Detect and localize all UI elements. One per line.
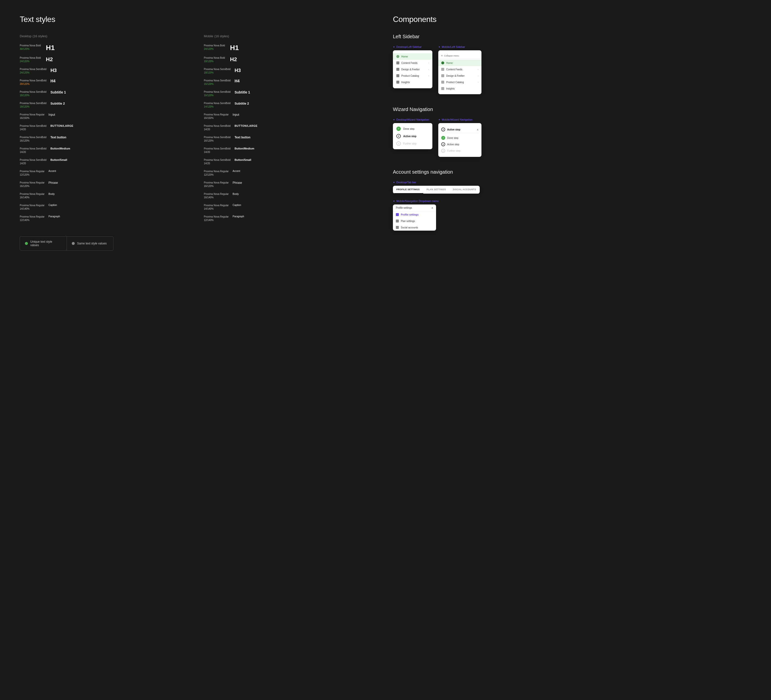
collapse-menu-item[interactable]: ≡ Collapse menu [438, 53, 481, 59]
components-section: Components Left Sidebar Desktop/Left Sid… [393, 15, 751, 251]
mobile-sidebar-insights[interactable]: Insights [438, 85, 481, 92]
text-styles-section: Text styles Desktop (16 styles) Proxima … [20, 15, 378, 251]
style-display: H4 [50, 79, 55, 83]
desktop-sidebar-wrapper: Desktop/Left Sidebar Home Content Feeds … [393, 46, 433, 94]
content-feeds-icon [441, 68, 444, 71]
further-circle: 3 [441, 149, 445, 153]
style-row-desktop-h4: Proxima Nova SemiBold 20/120% H4 [20, 79, 194, 86]
mobile-wizard-active: 2 Active step [441, 141, 478, 148]
tab-plan-settings[interactable]: PLAN SETTINGS [423, 186, 450, 194]
style-row-mobile-accent: Proxima Nova Regular 12/120% Accent [204, 170, 378, 177]
mobile-active-step-label: Active step [447, 128, 460, 131]
chevron-right-icon: › [478, 81, 478, 83]
mobile-nav-dropdown-label: Mobile/Navigation Dropdown menu [393, 200, 439, 202]
style-display: H2 [230, 56, 237, 63]
further-step-label: Further step [403, 142, 416, 145]
sidebar-item-design[interactable]: Design & Feelter › [393, 66, 433, 73]
active-circle: 2 [441, 127, 445, 132]
mobile-nav-plan-settings[interactable]: Plan settings [393, 218, 436, 224]
mobile-nav-header[interactable]: Profile settings ∧ [393, 205, 436, 212]
style-row-desktop-button-medium: Proxima Nova SemiBold 14/20 Button/Mediu… [20, 147, 194, 154]
style-display: Subtitle 1 [50, 90, 66, 94]
sidebar-item-insights[interactable]: Insights [393, 79, 433, 85]
desktop-sidebar-preview: Home Content Feeds › Design & Feelter › [393, 50, 433, 88]
style-row-mobile-button-large: Proxima Nova SemiBold 14/20 BUTTON/LARGE [204, 124, 378, 131]
tab-bar-preview: PROFILE SETTINGS PLAN SETTINGS SOCIAL AC… [393, 186, 480, 194]
style-display: Button/Small [50, 158, 67, 161]
legend-box: Unique text style values Same text style… [20, 236, 114, 251]
left-sidebar-group: Left Sidebar Desktop/Left Sidebar Home C… [393, 34, 751, 94]
tab-bar-inner: PROFILE SETTINGS PLAN SETTINGS SOCIAL AC… [393, 186, 480, 194]
home-icon [441, 62, 444, 64]
done-step-label: Done step [403, 127, 415, 130]
wizard-step-done: ✓ Done step [396, 127, 429, 131]
menu-icon: ≡ [441, 54, 443, 57]
done-circle: ✓ [441, 136, 445, 140]
insights-icon [396, 81, 399, 84]
style-display: H3 [50, 68, 57, 73]
text-styles-columns: Desktop (16 styles) Proxima Nova Bold 30… [20, 34, 378, 226]
mobile-nav-social-accounts[interactable]: Social accounts [393, 224, 436, 231]
mobile-sidebar-product-catalog[interactable]: Product Catalog › [438, 79, 481, 85]
mobile-nav-dropdown-wrapper: Mobile/Navigation Dropdown menu Profile … [393, 200, 439, 231]
mobile-sidebar-wrapper: Mobile/Left Sidebar ≡ Collapse menu Home [438, 46, 481, 94]
wizard-nav-title: Wizard Navigation [393, 107, 751, 112]
mobile-wizard-preview: 2 Active step ∧ ✓ Done step 2 Active ste… [438, 123, 481, 157]
active-circle: 2 [441, 142, 445, 146]
wizard-nav-previews: Desktop/Wizard Navigation ✓ Done step 2 … [393, 118, 751, 157]
mobile-sidebar-content-feeds[interactable]: Content Feeds › [438, 66, 481, 73]
wizard-step-further: 3 Further step [396, 141, 429, 146]
wizard-nav-group: Wizard Navigation Desktop/Wizard Navigat… [393, 107, 751, 157]
style-display: H2 [46, 56, 53, 63]
components-title: Components [393, 15, 751, 24]
chevron-right-icon: › [428, 75, 429, 77]
sidebar-item-content-feeds[interactable]: Content Feeds › [393, 60, 433, 66]
style-row-mobile-subtitle2: Proxima Nova SemiBold 14/120% Subtitle 2 [204, 102, 378, 109]
insights-icon [441, 87, 444, 90]
sidebar-item-product-catalog[interactable]: Product Catalog › [393, 73, 433, 79]
main-layout: Text styles Desktop (16 styles) Proxima … [20, 15, 751, 251]
style-row-mobile-h1: Proxima Nova Bold 24/120% H1 [204, 44, 378, 52]
desktop-styles-column: Desktop (16 styles) Proxima Nova Bold 30… [20, 34, 194, 226]
mobile-wizard-label: Mobile/Wizard Navigation [438, 118, 481, 121]
style-display: Caption [49, 204, 57, 207]
account-settings-group: Account settings navigation Desktop/Tab … [393, 169, 751, 231]
tab-social-accounts[interactable]: SOCIAL ACCOUNTS [449, 186, 480, 194]
style-display: H4 [234, 79, 239, 83]
account-settings-title: Account settings navigation [393, 169, 751, 175]
style-display: BUTTON/LARGE [50, 124, 73, 127]
chevron-right-icon: › [478, 68, 478, 70]
style-row-desktop-input: Proxima Nova Regular 16/150% Input [20, 113, 194, 120]
style-display: Paragraph [49, 215, 60, 218]
desktop-wizard-preview: ✓ Done step 2 Active step 3 Further step [393, 123, 433, 149]
style-row-desktop-button-small: Proxima Nova SemiBold 14/20 Button/Small [20, 158, 194, 165]
style-row-mobile-subtitle1: Proxima Nova SemiBold 16/120% Subtitle 1 [204, 90, 378, 97]
style-meta: Proxima Nova Bold 30/120% [20, 44, 42, 51]
mobile-nav-profile-settings[interactable]: Profile settings [393, 212, 436, 218]
style-display: Button/Medium [234, 147, 254, 150]
style-display: Subtitle 2 [234, 102, 249, 105]
style-row-mobile-h3: Proxima Nova SemiBold 18/120% H3 [204, 68, 378, 75]
style-display: Accent [233, 170, 240, 173]
style-row-mobile-caption: Proxima Nova Regular 14/140% Caption [204, 204, 378, 211]
mobile-sidebar-design[interactable]: Design & Feelter › [438, 73, 481, 79]
mobile-wizard-active-header[interactable]: 2 Active step ∧ [441, 126, 478, 133]
style-row-desktop-subtitle2: Proxima Nova SemiBold 18/120% Subtitle 2 [20, 102, 194, 109]
left-sidebar-previews: Desktop/Left Sidebar Home Content Feeds … [393, 46, 751, 94]
mobile-wizard-further: 3 Further step [441, 148, 478, 154]
profile-icon [396, 213, 399, 216]
style-row-desktop-h3: Proxima Nova SemiBold 24/120% H3 [20, 68, 194, 75]
account-settings-previews: Desktop/Tab bar PROFILE SETTINGS PLAN SE… [393, 181, 751, 231]
style-row-desktop-subtitle1: Proxima Nova SemiBold 18/120% Subtitle 1 [20, 90, 194, 97]
style-display: H3 [234, 68, 241, 73]
style-row-mobile-button-medium: Proxima Nova SemiBold 14/20 Button/Mediu… [204, 147, 378, 154]
unique-label: Unique text style values [30, 240, 62, 247]
style-row-mobile-body: Proxima Nova Regular 16/140% Body [204, 192, 378, 199]
style-display: Subtitle 2 [50, 102, 65, 105]
tab-profile-settings[interactable]: PROFILE SETTINGS [393, 186, 423, 194]
desktop-tabbar-label: Desktop/Tab bar [393, 181, 480, 184]
sidebar-item-home[interactable]: Home [393, 53, 433, 60]
mobile-sidebar-home[interactable]: Home [438, 60, 481, 66]
desktop-sidebar-label: Desktop/Left Sidebar [393, 46, 433, 48]
style-display: Accent [49, 170, 56, 173]
